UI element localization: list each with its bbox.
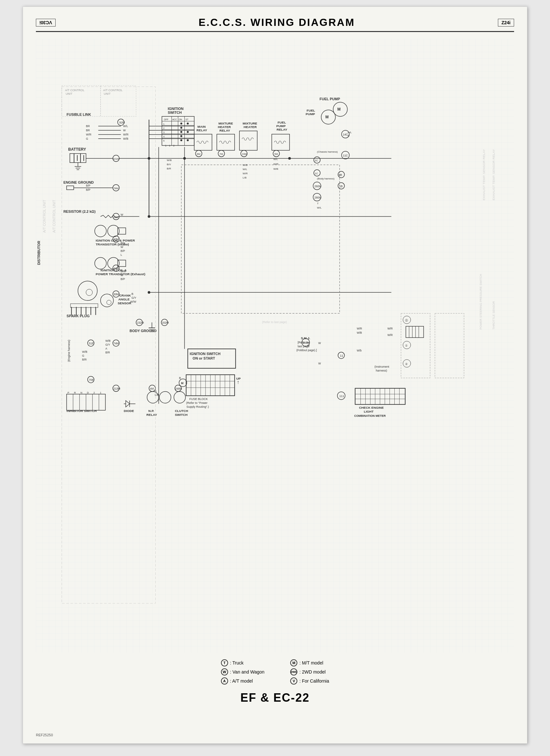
svg-text:4: 4 bbox=[163, 135, 164, 138]
svg-point-331 bbox=[148, 215, 150, 218]
svg-text:3: 3 bbox=[163, 131, 164, 134]
svg-text:MAIN: MAIN bbox=[197, 125, 205, 128]
svg-text:Supply Routing".): Supply Routing".) bbox=[186, 405, 209, 408]
svg-text:↑: ↑ bbox=[237, 379, 239, 385]
legend-item-ca: V : For California bbox=[290, 677, 329, 685]
svg-text:ON or START: ON or START bbox=[192, 356, 215, 360]
svg-text:W/L: W/L bbox=[243, 168, 247, 171]
svg-text:W/L: W/L bbox=[123, 124, 128, 128]
svg-text:BW: BW bbox=[121, 242, 125, 245]
svg-text:RELAY: RELAY bbox=[196, 128, 207, 132]
svg-point-75 bbox=[180, 127, 182, 129]
svg-text:A: A bbox=[105, 347, 107, 350]
svg-text:W/B: W/B bbox=[167, 159, 171, 162]
svg-point-80 bbox=[187, 139, 189, 141]
svg-text:B: B bbox=[179, 376, 181, 380]
svg-text:7M: 7M bbox=[219, 153, 223, 156]
svg-text:IGNITION: IGNITION bbox=[167, 107, 183, 111]
svg-text:ST: ST bbox=[185, 118, 189, 121]
svg-text:6M: 6M bbox=[197, 153, 200, 156]
page-title: E.C.C.S. WIRING DIAGRAM bbox=[56, 16, 498, 28]
svg-text:M: M bbox=[338, 107, 341, 112]
svg-text:11C: 11C bbox=[343, 154, 348, 157]
svg-text:RESISTOR (2.2 kΩ): RESISTOR (2.2 kΩ) bbox=[63, 210, 96, 213]
svg-text:A/T CONTROL: A/T CONTROL bbox=[65, 89, 84, 92]
svg-text:14C: 14C bbox=[343, 133, 348, 136]
svg-text:L: L bbox=[121, 253, 122, 256]
svg-text:9B: 9B bbox=[339, 173, 342, 177]
svg-text:A: A bbox=[155, 389, 157, 393]
svg-text:LIGHT: LIGHT bbox=[364, 410, 374, 413]
svg-text:11: 11 bbox=[340, 354, 343, 357]
legend-label-ca: : For California bbox=[299, 678, 329, 684]
svg-text:R: R bbox=[74, 391, 76, 394]
legend-symbol-ca: V bbox=[290, 677, 297, 685]
svg-text:W: W bbox=[121, 213, 123, 216]
svg-text:78M: 78M bbox=[113, 187, 119, 190]
svg-text:40M: 40M bbox=[113, 216, 119, 219]
svg-text:FUSIBLE LINK: FUSIBLE LINK bbox=[67, 113, 91, 116]
svg-text:HEATER: HEATER bbox=[243, 125, 256, 129]
svg-point-330 bbox=[288, 157, 291, 160]
svg-text:2: 2 bbox=[163, 127, 164, 129]
svg-text:UNIT: UNIT bbox=[66, 92, 72, 95]
svg-text:(Foldout page).]: (Foldout page).] bbox=[297, 349, 317, 352]
svg-text:UNIT: UNIT bbox=[104, 92, 111, 95]
svg-text:DISTRIBUTOR: DISTRIBUTOR bbox=[37, 241, 41, 265]
svg-text:G/Y: G/Y bbox=[105, 343, 110, 346]
svg-text:CRANK: CRANK bbox=[119, 294, 131, 297]
legend-column-right: M : M/T model 2WD : 2WD model V : For Ca… bbox=[290, 659, 329, 685]
svg-text:B/R: B/R bbox=[105, 351, 110, 354]
svg-text:(Chassis harness): (Chassis harness) bbox=[317, 150, 338, 153]
svg-text:G: G bbox=[86, 137, 88, 140]
svg-text:5: 5 bbox=[163, 140, 164, 142]
svg-text:W: W bbox=[308, 344, 310, 347]
svg-text:1C: 1C bbox=[315, 172, 318, 175]
svg-text:B/W: B/W bbox=[121, 270, 126, 273]
svg-text:(Instrument: (Instrument bbox=[375, 365, 390, 368]
legend: T : Truck W : Van and Wagon A : A/T mode… bbox=[36, 659, 514, 685]
svg-text:MIXTURE: MIXTURE bbox=[218, 122, 233, 125]
svg-text:B/P: B/P bbox=[121, 277, 125, 281]
page: VC30i E.C.C.S. WIRING DIAGRAM Z24i A/T C… bbox=[23, 6, 527, 744]
svg-text:2: 2 bbox=[93, 391, 95, 394]
svg-text:1: 1 bbox=[100, 391, 102, 394]
svg-text:G: G bbox=[82, 354, 84, 357]
svg-text:BATTERY: BATTERY bbox=[68, 147, 86, 152]
svg-point-76 bbox=[180, 131, 182, 133]
svg-text:B/R: B/R bbox=[167, 167, 171, 170]
svg-point-332 bbox=[148, 291, 150, 294]
legend-label-at: : A/T model bbox=[230, 678, 253, 684]
svg-text:202M: 202M bbox=[162, 321, 168, 324]
svg-text:W/B: W/B bbox=[357, 331, 362, 334]
svg-text:SWITCH: SWITCH bbox=[167, 111, 181, 114]
svg-text:RELAY: RELAY bbox=[146, 413, 157, 416]
svg-text:W/R: W/R bbox=[243, 172, 248, 175]
svg-text:EXHAUST TEMP. SENSOR RELAY: EXHAUST TEMP. SENSOR RELAY bbox=[492, 149, 495, 200]
svg-text:B/R: B/R bbox=[82, 358, 87, 361]
legend-label-van: : Van and Wagon bbox=[230, 669, 264, 675]
svg-text:(Engine harness): (Engine harness) bbox=[67, 340, 70, 362]
svg-text:(Body harness): (Body harness) bbox=[317, 177, 335, 180]
legend-item-2wd: 2WD : 2WD model bbox=[290, 668, 329, 675]
svg-text:FUEL: FUEL bbox=[307, 109, 315, 112]
svg-text:B: B bbox=[132, 292, 134, 296]
svg-text:111: 111 bbox=[340, 394, 344, 398]
legend-column-left: T : Truck W : Van and Wagon A : A/T mode… bbox=[221, 659, 264, 685]
legend-label-2wd: : 2WD model bbox=[299, 669, 326, 675]
svg-text:260M: 260M bbox=[315, 185, 321, 188]
svg-text:W: W bbox=[123, 129, 126, 132]
svg-text:①: ① bbox=[405, 344, 408, 347]
svg-text:1: 1 bbox=[163, 123, 164, 125]
svg-text:RELAY: RELAY bbox=[219, 129, 230, 132]
svg-text:BODY GROUND: BODY GROUND bbox=[130, 329, 156, 333]
svg-text:harness): harness) bbox=[376, 369, 387, 372]
svg-point-78 bbox=[180, 135, 182, 137]
legend-item-van: W : Van and Wagon bbox=[221, 668, 264, 675]
svg-text:92M: 92M bbox=[119, 121, 125, 124]
svg-text:W/b: W/b bbox=[357, 349, 362, 352]
svg-text:74M: 74M bbox=[113, 342, 119, 345]
svg-text:N.P.: N.P. bbox=[148, 409, 154, 413]
page-number: REF25250 bbox=[36, 733, 53, 737]
svg-text:OFF: OFF bbox=[164, 118, 168, 121]
